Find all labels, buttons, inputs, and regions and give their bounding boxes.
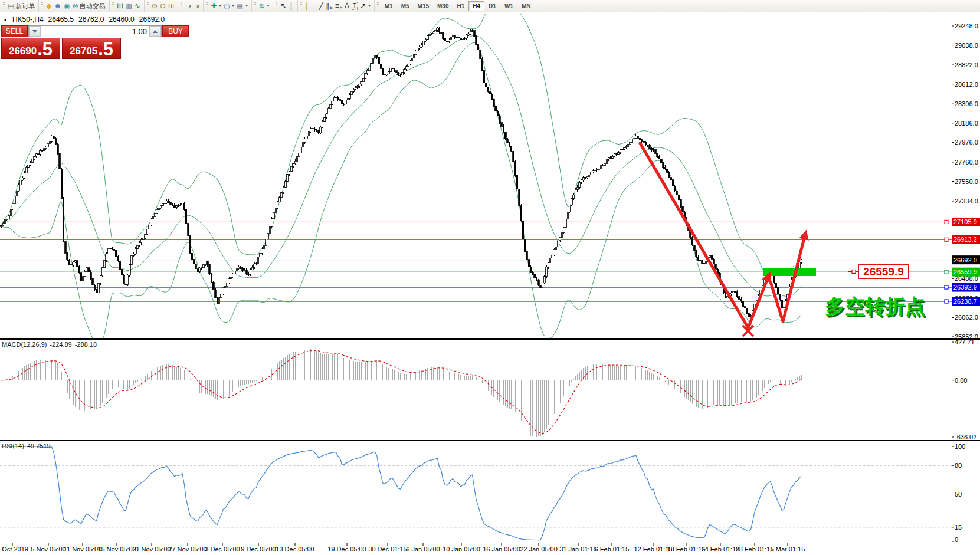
timeframe-m5-button[interactable]: M5 bbox=[397, 1, 414, 11]
high-value: 26762.0 bbox=[78, 15, 104, 24]
buy-price-panel[interactable]: 26705 .5 bbox=[62, 38, 121, 59]
sell-button[interactable]: SELL bbox=[1, 25, 28, 37]
tile-windows-icon[interactable]: ⊞ bbox=[167, 2, 175, 10]
timeframe-m1-button[interactable]: M1 bbox=[381, 1, 397, 11]
text-tool[interactable]: A bbox=[343, 2, 350, 10]
candle bbox=[359, 84, 360, 86]
hline-price-label: 26238.7 bbox=[953, 298, 977, 305]
autotrading-button[interactable]: ⊚自动交易 bbox=[71, 1, 107, 11]
hline-marker[interactable] bbox=[945, 270, 948, 274]
candle bbox=[294, 161, 296, 163]
indicator-list-button[interactable]: ≋▾ bbox=[258, 2, 271, 10]
candle bbox=[119, 261, 121, 270]
timeframe-mn-button[interactable]: MN bbox=[517, 1, 535, 11]
candle bbox=[542, 283, 543, 288]
text-icon: A bbox=[345, 2, 349, 9]
periods-icon: ◷ bbox=[224, 2, 230, 9]
channel-tool[interactable]: ∥E bbox=[325, 2, 334, 10]
candle bbox=[12, 203, 14, 209]
horizontal-line-tool[interactable]: ─ bbox=[310, 2, 318, 10]
candle bbox=[585, 178, 586, 178]
metaeditor-icon[interactable]: ◆ bbox=[45, 2, 53, 10]
fibonacci-tool[interactable]: ≡F bbox=[334, 2, 343, 10]
new-order-button-label: 新订单 bbox=[15, 2, 35, 11]
candle bbox=[485, 83, 487, 87]
candle bbox=[516, 175, 518, 189]
candle bbox=[217, 298, 218, 303]
auto-scroll-icon[interactable]: ⇢ bbox=[184, 2, 192, 10]
candle bbox=[399, 75, 401, 75]
candle bbox=[2, 223, 4, 225]
arrows-tool[interactable]: ↗▾ bbox=[359, 2, 372, 10]
line-chart-icon[interactable]: ∿ bbox=[133, 2, 142, 10]
timeframe-m15-button[interactable]: M15 bbox=[414, 1, 433, 11]
hline-marker[interactable] bbox=[945, 285, 948, 289]
new-order-button[interactable]: ▤新订单 bbox=[6, 1, 36, 11]
volume-decrease-button[interactable] bbox=[29, 26, 41, 37]
time-tick-label: 10 Jan 05:00 bbox=[443, 546, 480, 553]
hline-marker[interactable] bbox=[945, 238, 948, 241]
chart-area[interactable]: 26559.9多空转折点多空转折点29248.029038.028822.028… bbox=[0, 0, 980, 555]
buy-button[interactable]: BUY bbox=[162, 25, 189, 37]
crosshair-icon[interactable]: ┼ bbox=[287, 2, 295, 10]
chevron-down-icon[interactable]: ▾ bbox=[219, 4, 221, 8]
candle bbox=[129, 265, 131, 275]
hline-marker[interactable] bbox=[945, 300, 948, 303]
candle bbox=[273, 213, 275, 219]
text-label-tool[interactable]: T bbox=[350, 1, 359, 11]
candle bbox=[191, 253, 193, 260]
timeframe-m30-button[interactable]: M30 bbox=[433, 1, 453, 11]
timeframe-h1-button[interactable]: H1 bbox=[453, 1, 468, 11]
chart-shift-icon[interactable]: ⇥ bbox=[192, 2, 201, 10]
candle bbox=[730, 293, 732, 294]
candlestick-chart-icon[interactable]: ▥ bbox=[124, 2, 133, 10]
candle bbox=[526, 252, 528, 260]
hline-price-label: 26913.2 bbox=[953, 236, 977, 243]
chevron-down-icon[interactable]: ▾ bbox=[245, 4, 248, 8]
cursor-icon[interactable]: ↖ bbox=[279, 2, 287, 10]
templates-button[interactable]: ▦▾ bbox=[235, 2, 249, 10]
candle bbox=[658, 156, 660, 159]
candle bbox=[783, 307, 785, 308]
highlight-zone-box[interactable] bbox=[763, 268, 816, 276]
candle bbox=[458, 37, 460, 38]
hline-marker[interactable] bbox=[945, 220, 948, 224]
signals-icon[interactable]: ◉ bbox=[63, 2, 71, 10]
candle bbox=[310, 129, 312, 132]
candle bbox=[421, 45, 423, 47]
candle bbox=[246, 270, 248, 274]
vertical-line-tool[interactable]: │ bbox=[304, 2, 311, 10]
candle bbox=[172, 205, 173, 206]
candle bbox=[520, 206, 522, 221]
chevron-down-icon[interactable]: ▾ bbox=[267, 4, 270, 8]
candle bbox=[106, 254, 107, 261]
candle bbox=[510, 146, 512, 151]
volume-increase-button[interactable] bbox=[149, 26, 161, 37]
hline-price-label: 26392.9 bbox=[953, 284, 977, 291]
callout-connector-marker[interactable] bbox=[852, 270, 856, 274]
timeframe-w1-button[interactable]: W1 bbox=[500, 1, 517, 11]
chevron-down-icon[interactable]: ▾ bbox=[368, 4, 371, 8]
turning-point-text[interactable]: 多空转折点 bbox=[825, 295, 925, 317]
candle bbox=[744, 307, 746, 308]
volume-input[interactable] bbox=[41, 26, 149, 37]
trendline-tool[interactable]: ╱ bbox=[318, 2, 325, 10]
periods-button[interactable]: ◷▾ bbox=[222, 2, 235, 10]
zoom-out-icon[interactable]: ⊖ bbox=[159, 2, 167, 10]
candle bbox=[322, 121, 323, 127]
candle bbox=[240, 267, 242, 268]
candle bbox=[221, 294, 222, 298]
add-indicator-button[interactable]: ✚▾ bbox=[209, 2, 222, 10]
timeframe-d1-button[interactable]: D1 bbox=[484, 1, 500, 11]
timeframe-h4-button[interactable]: H4 bbox=[468, 1, 484, 11]
profile-icon[interactable]: ☻ bbox=[53, 2, 63, 10]
sell-price-panel[interactable]: 26690 .5 bbox=[1, 38, 60, 59]
chevron-down-icon[interactable]: ▾ bbox=[232, 4, 234, 8]
candle bbox=[591, 172, 592, 175]
zoom-in-icon[interactable]: ⊕ bbox=[150, 2, 159, 10]
bar-chart-icon[interactable]: ☰ bbox=[116, 2, 124, 10]
time-tick-label: 0 Oct 2019 bbox=[0, 546, 28, 553]
candle bbox=[429, 34, 431, 36]
candle bbox=[244, 270, 245, 271]
fibonacci-icon: ≡ bbox=[335, 2, 339, 9]
